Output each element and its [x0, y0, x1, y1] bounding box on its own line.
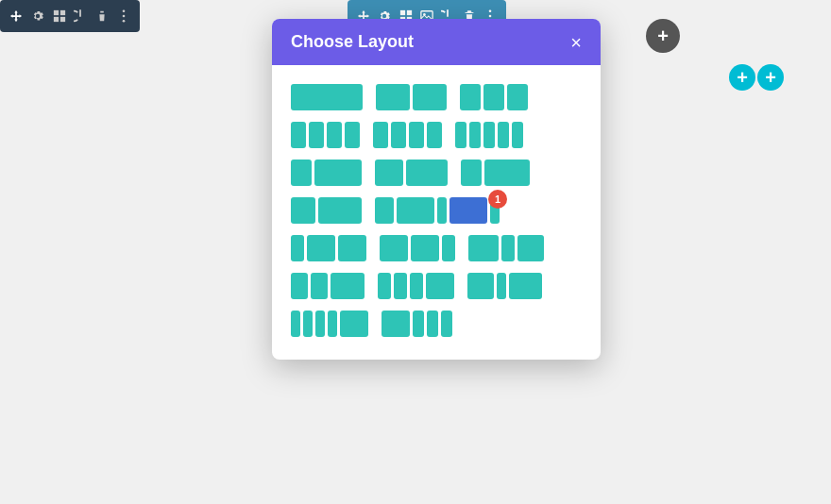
- layout-option-2-5-3-5[interactable]: [375, 160, 448, 186]
- selected-badge: 1: [488, 190, 507, 209]
- svg-rect-8: [407, 10, 412, 15]
- layout-option-3col[interactable]: [460, 84, 528, 110]
- layout-row-3: [291, 160, 582, 186]
- trash-icon[interactable]: [95, 8, 110, 24]
- layout-row-6: [291, 273, 582, 299]
- layout-option-row6-2[interactable]: [378, 273, 454, 299]
- layout-option-4col[interactable]: [291, 122, 360, 148]
- modal-close-button[interactable]: ×: [570, 33, 582, 52]
- choose-layout-modal: Choose Layout ×: [272, 19, 601, 360]
- layout-option-1col[interactable]: [291, 84, 363, 110]
- layout-option-row6-1[interactable]: [291, 273, 365, 299]
- layout-row-5: [291, 235, 582, 261]
- svg-point-14: [489, 15, 492, 18]
- svg-point-6: [122, 20, 125, 23]
- layout-option-row7-2[interactable]: [382, 311, 452, 337]
- move-icon[interactable]: [9, 8, 24, 24]
- modal-title: Choose Layout: [291, 32, 414, 52]
- svg-point-13: [489, 9, 492, 12]
- layout-icon[interactable]: [52, 8, 66, 24]
- left-toolbar: [0, 0, 140, 32]
- add-teal2-button[interactable]: +: [757, 64, 784, 91]
- svg-rect-7: [400, 10, 405, 15]
- svg-rect-2: [54, 17, 59, 22]
- layout-row-1: [291, 84, 582, 110]
- add-main-button[interactable]: +: [646, 19, 680, 53]
- layout-option-m-m-n[interactable]: [380, 235, 455, 261]
- power-icon[interactable]: [74, 8, 88, 24]
- layout-option-n-m-m[interactable]: [291, 235, 366, 261]
- settings-icon[interactable]: [31, 8, 45, 24]
- svg-rect-0: [54, 10, 59, 15]
- svg-point-5: [122, 15, 125, 18]
- add-teal1-button[interactable]: +: [729, 64, 755, 91]
- layout-row-4: 1: [291, 197, 582, 224]
- modal-body: 1: [272, 65, 601, 360]
- layout-option-row7-1[interactable]: [291, 311, 368, 337]
- layout-option-2col[interactable]: [376, 84, 447, 110]
- more-icon[interactable]: [116, 8, 130, 24]
- svg-point-4: [122, 9, 125, 12]
- layout-option-2col-unequal[interactable]: [468, 235, 544, 261]
- modal-header: Choose Layout ×: [272, 19, 601, 65]
- layout-option-row6-3[interactable]: [467, 273, 542, 299]
- layout-option-1-3-2-3[interactable]: [291, 160, 362, 186]
- layout-option-wide-2col[interactable]: [461, 160, 530, 186]
- layout-option-3unequal-badge[interactable]: 1: [375, 197, 500, 224]
- layout-row-2: [291, 122, 582, 148]
- svg-rect-3: [60, 17, 65, 22]
- svg-rect-1: [60, 10, 65, 15]
- layout-option-5col[interactable]: [455, 122, 523, 148]
- layout-option-4col-v2[interactable]: [373, 122, 442, 148]
- layout-row-7: [291, 311, 582, 337]
- layout-option-sm-wide[interactable]: [291, 197, 362, 224]
